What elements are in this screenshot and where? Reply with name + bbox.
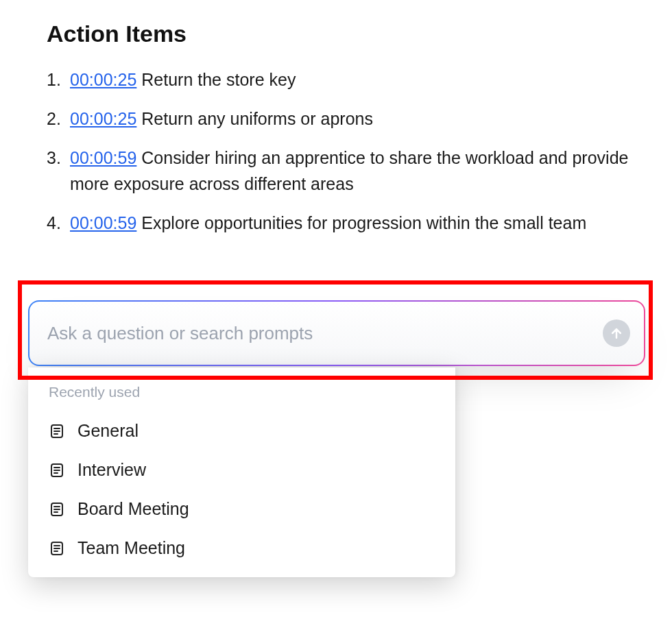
dropdown-item-label: Team Meeting — [77, 538, 185, 558]
dropdown-item-team-meeting[interactable]: Team Meeting — [28, 529, 455, 568]
dropdown-item-label: General — [77, 421, 139, 441]
dropdown-item-label: Interview — [77, 460, 146, 480]
timestamp-link[interactable]: 00:00:25 — [70, 109, 136, 128]
action-item-text: Return any uniforms or aprons — [141, 109, 373, 128]
document-icon — [49, 423, 65, 439]
document-icon — [49, 462, 65, 479]
action-item-text: Consider hiring an apprentice to share t… — [70, 148, 628, 194]
arrow-up-icon — [610, 326, 623, 340]
dropdown-item-interview[interactable]: Interview — [28, 450, 455, 489]
search-container — [28, 300, 645, 366]
action-item-text: Return the store key — [141, 70, 296, 89]
timestamp-link[interactable]: 00:00:25 — [70, 70, 136, 89]
search-input[interactable] — [47, 323, 603, 344]
dropdown-header: Recently used — [28, 380, 455, 411]
document-icon — [49, 501, 65, 518]
dropdown-item-general[interactable]: General — [28, 411, 455, 450]
action-item: 00:00:25 Return any uniforms or aprons — [70, 106, 638, 132]
submit-button[interactable] — [603, 319, 630, 347]
document-icon — [49, 540, 65, 557]
dropdown-item-label: Board Meeting — [77, 499, 189, 519]
action-item: 00:00:59 Consider hiring an apprentice t… — [70, 145, 638, 198]
timestamp-link[interactable]: 00:00:59 — [70, 148, 136, 167]
action-item: 00:00:25 Return the store key — [70, 66, 638, 93]
action-items-list: 00:00:25 Return the store key 00:00:25 R… — [47, 66, 638, 237]
prompts-dropdown: Recently used General Interview Board Me… — [28, 367, 455, 577]
timestamp-link[interactable]: 00:00:59 — [70, 213, 136, 232]
action-item-text: Explore opportunities for progression wi… — [141, 213, 586, 232]
action-item: 00:00:59 Explore opportunities for progr… — [70, 210, 638, 237]
section-title: Action Items — [47, 21, 638, 47]
dropdown-item-board-meeting[interactable]: Board Meeting — [28, 489, 455, 529]
